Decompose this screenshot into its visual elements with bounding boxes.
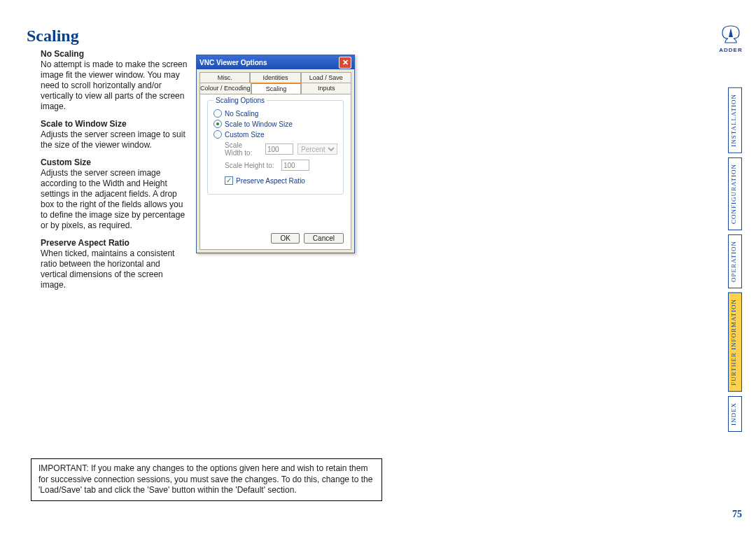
dialog-titlebar[interactable]: VNC Viewer Options ✕ — [197, 55, 354, 69]
radio-label: Scale to Window Size — [225, 120, 293, 128]
side-navigation: INSTALLATION CONFIGURATION OPERATION FUR… — [728, 87, 742, 432]
preserve-label: Preserve Aspect Ratio — [236, 177, 305, 185]
tab-identities[interactable]: Identities — [250, 72, 300, 83]
nav-configuration[interactable]: CONFIGURATION — [728, 157, 742, 230]
section-body-0: No attempt is made to make the screen im… — [41, 59, 187, 111]
height-input[interactable] — [281, 160, 309, 171]
radio-no-scaling[interactable]: No Scaling — [214, 109, 337, 118]
radio-label: Custom Size — [225, 131, 265, 139]
tab-colour-encoding[interactable]: Colour / Encoding — [200, 83, 251, 94]
section-title-2: Custom Size — [41, 157, 91, 167]
dialog-title: VNC Viewer Options — [200, 59, 267, 66]
height-row: Scale Height to: — [225, 160, 337, 171]
cancel-button[interactable]: Cancel — [304, 233, 344, 244]
group-title: Scaling Options — [214, 97, 267, 104]
height-label: Scale Height to: — [225, 162, 277, 169]
radio-custom-size[interactable]: Custom Size — [214, 130, 337, 139]
section-title-0: No Scaling — [41, 49, 84, 59]
tab-inputs[interactable]: Inputs — [301, 83, 351, 94]
radio-icon — [214, 120, 222, 128]
vnc-options-dialog: VNC Viewer Options ✕ Misc. Identities Lo… — [196, 55, 355, 253]
section-title-1: Scale to Window Size — [41, 119, 127, 129]
tab-panel: Scaling Options No Scaling Scale to Wind… — [200, 94, 351, 250]
page-heading: Scaling — [27, 27, 79, 45]
width-input[interactable] — [265, 143, 293, 155]
tab-load-save[interactable]: Load / Save — [301, 72, 351, 83]
section-body-1: Adjusts the server screen image to suit … — [41, 129, 186, 150]
scaling-options-group: Scaling Options No Scaling Scale to Wind… — [207, 100, 344, 195]
tabs-row-front: Colour / Encoding Scaling Inputs — [197, 83, 354, 94]
tabs-row-back: Misc. Identities Load / Save — [197, 69, 354, 83]
width-row: Scale Width to: Percent — [225, 141, 337, 157]
tab-scaling[interactable]: Scaling — [251, 83, 302, 94]
unit-select[interactable]: Percent — [298, 143, 337, 155]
section-body-3: When ticked, maintains a consistent rati… — [41, 248, 174, 290]
description-column: No Scaling No attempt is made to make th… — [41, 49, 188, 297]
nav-operation[interactable]: OPERATION — [728, 234, 742, 288]
important-note: IMPORTANT: If you make any changes to th… — [31, 458, 382, 501]
preserve-aspect-row[interactable]: ✓ Preserve Aspect Ratio — [225, 176, 337, 185]
radio-icon — [214, 109, 222, 118]
section-body-2: Adjusts the server screen image accordin… — [41, 168, 185, 230]
ok-button[interactable]: OK — [271, 233, 299, 244]
nav-installation[interactable]: INSTALLATION — [728, 87, 742, 153]
nav-index[interactable]: INDEX — [728, 396, 742, 432]
brand-text: ADDER — [719, 47, 742, 53]
close-icon[interactable]: ✕ — [339, 57, 351, 69]
checkbox-icon: ✓ — [225, 176, 233, 185]
tab-misc[interactable]: Misc. — [200, 72, 250, 83]
section-title-3: Preserve Aspect Ratio — [41, 238, 130, 248]
nav-further-information[interactable]: FURTHER INFORMATION — [728, 293, 742, 392]
page-number: 75 — [732, 509, 742, 520]
width-label: Scale Width to: — [225, 141, 261, 157]
radio-scale-to-window[interactable]: Scale to Window Size — [214, 120, 337, 128]
dialog-button-row: OK Cancel — [271, 233, 344, 244]
radio-icon — [214, 130, 222, 139]
radio-label: No Scaling — [225, 110, 258, 118]
brand-logo: ADDER — [718, 24, 743, 53]
